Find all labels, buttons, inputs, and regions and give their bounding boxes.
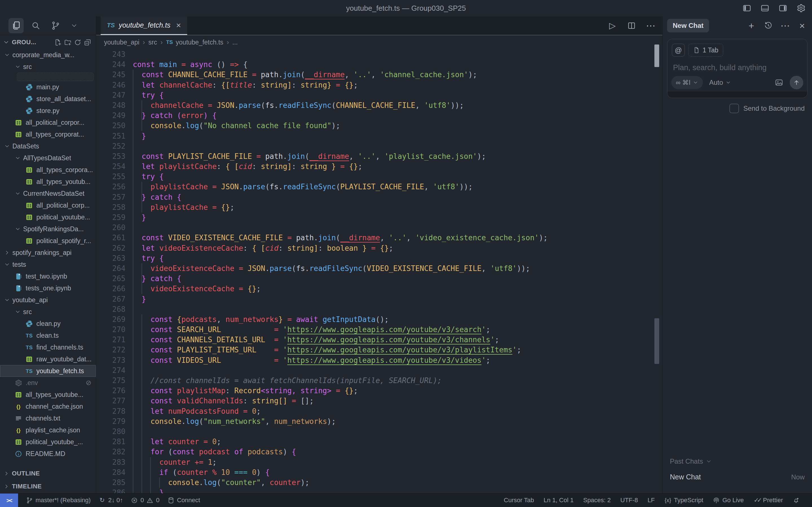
tree-item-all_types_corpora...[interactable]: all_types_corpora... xyxy=(0,164,96,176)
send-to-background[interactable]: Send to Background xyxy=(729,104,805,113)
tree-item-AllTypesDataSet[interactable]: AllTypesDataSet xyxy=(0,152,96,164)
tree-item-all_political_corp...[interactable]: all_political_corp... xyxy=(0,200,96,211)
tree-item-store.py[interactable]: store.py xyxy=(0,105,96,117)
chat-input-card[interactable]: @ 1 Tab Plan, search, build anything ∞ ⌘… xyxy=(667,39,808,98)
tree-item-raw_youtube_dat...[interactable]: raw_youtube_dat... xyxy=(0,353,96,365)
tree-item-tests[interactable]: tests xyxy=(0,259,96,270)
code-line: 269 const {podcasts, num_networks} = awa… xyxy=(96,314,663,325)
collapse-all-icon[interactable] xyxy=(84,39,91,46)
sidebar-section-outline[interactable]: OUTLINE xyxy=(0,467,96,480)
tree-item-clean.py[interactable]: clean.py xyxy=(0,318,96,330)
status-go-live[interactable]: Go Live xyxy=(713,497,744,504)
status-db-connect[interactable]: Connect xyxy=(167,497,200,504)
close-tab-icon[interactable]: × xyxy=(176,20,181,30)
code-editor[interactable]: 243244const main = async () => {245 cons… xyxy=(96,49,663,494)
tree-item-test_two.ipynb[interactable]: test_two.ipynb xyxy=(0,270,96,282)
breadcrumb-item[interactable]: src xyxy=(148,39,157,46)
git-icon[interactable] xyxy=(51,21,60,31)
chat-input-placeholder[interactable]: Plan, search, build anything xyxy=(673,63,767,72)
editor-group[interactable]: TS youtube_fetch.ts × ▷⋯ youtube_api›src… xyxy=(96,16,663,494)
explorer-header[interactable]: GROU... xyxy=(0,35,96,49)
files-icon[interactable] xyxy=(11,21,21,31)
tree-item-political_youtube...[interactable]: political_youtube... xyxy=(0,211,96,223)
tree-item-store_all_dataset...[interactable]: store_all_dataset... xyxy=(0,93,96,105)
tree-item-channel_cache.json[interactable]: {}channel_cache.json xyxy=(0,400,96,412)
python-icon xyxy=(26,107,33,115)
mention-button[interactable]: @ xyxy=(672,44,685,57)
tree-item-clean.ts[interactable]: TSclean.ts xyxy=(0,330,96,341)
image-attach-icon[interactable] xyxy=(774,78,783,87)
agent-mode-pill[interactable]: ∞ ⌘I xyxy=(671,76,703,89)
line-number: 243 xyxy=(96,49,133,59)
tree-item-main.py[interactable]: main.py xyxy=(0,81,96,93)
tree-item-playlist_cache.json[interactable]: {}playlist_cache.json xyxy=(0,424,96,436)
play-icon[interactable]: ▷ xyxy=(608,21,617,30)
model-selector[interactable]: Auto xyxy=(709,78,731,87)
send-to-background-checkbox[interactable] xyxy=(729,104,739,113)
chev-icon[interactable] xyxy=(70,22,78,29)
tree-item-youtube_api[interactable]: youtube_api xyxy=(0,294,96,306)
layout-right-icon[interactable] xyxy=(778,3,788,13)
status-eol[interactable]: LF xyxy=(648,497,655,504)
history-icon[interactable] xyxy=(764,21,772,30)
close-icon[interactable]: × xyxy=(798,21,806,30)
tree-item-channels.txt[interactable]: channels.txt xyxy=(0,412,96,424)
status-remote[interactable]: >< xyxy=(0,494,18,507)
line-number: 259 xyxy=(96,212,133,223)
tree-item-tests_one.ipynb[interactable]: tests_one.ipynb xyxy=(0,282,96,294)
chat-history-item[interactable]: New Chat Now xyxy=(670,473,805,481)
status-label: Spaces: 2 xyxy=(583,497,611,504)
tab-youtube-fetch[interactable]: TS youtube_fetch.ts × xyxy=(101,16,187,35)
gear-icon[interactable] xyxy=(796,3,806,13)
tree-item-all_types_corporat...[interactable]: all_types_corporat... xyxy=(0,128,96,140)
new-file-icon[interactable] xyxy=(54,39,62,46)
status-indentation[interactable]: Spaces: 2 xyxy=(583,497,611,504)
tree-item-.env[interactable]: .env⊘ xyxy=(0,377,96,389)
status-problems[interactable]: 00 xyxy=(131,497,160,504)
status-prettier[interactable]: ✓✓Prettier xyxy=(753,497,783,504)
tree-item-all_types_youtub...[interactable]: all_types_youtub... xyxy=(0,176,96,187)
send-button[interactable] xyxy=(790,76,803,89)
chat-tab[interactable]: New Chat xyxy=(667,19,709,33)
tree-item-youtube_fetch.ts[interactable]: TSyoutube_fetch.ts xyxy=(0,365,96,377)
tree-item-all_political_corpor...[interactable]: all_political_corpor... xyxy=(0,117,96,128)
tree-item-README.MD[interactable]: README.MD xyxy=(0,448,96,460)
line-number: 264 xyxy=(96,263,133,274)
breadcrumb-item[interactable]: ... xyxy=(232,39,238,46)
plus-icon[interactable]: + xyxy=(747,21,756,30)
tree-item-src[interactable]: src xyxy=(0,61,96,73)
status-cursor-tab[interactable]: Cursor Tab xyxy=(504,497,534,504)
tree-item-SpotifyRankingsDa...[interactable]: SpotifyRankingsDa... xyxy=(0,223,96,235)
sidebar-section-timeline[interactable]: TIMELINE xyxy=(0,480,96,493)
tree-item-find_channels.ts[interactable]: TSfind_channels.ts xyxy=(0,341,96,353)
context-tab-chip[interactable]: 1 Tab xyxy=(688,44,723,57)
tree-item-political_spotify_r...[interactable]: political_spotify_r... xyxy=(0,235,96,247)
tree-item-all_types_youtube...[interactable]: all_types_youtube... xyxy=(0,389,96,400)
scrollbar-thumb[interactable] xyxy=(654,318,659,364)
scrollbar-thumb-top[interactable] xyxy=(654,45,659,67)
layout-bottom-icon[interactable] xyxy=(760,3,770,13)
status-language-typescript[interactable]: {x}TypeScript xyxy=(664,497,703,504)
dots-icon[interactable]: ⋯ xyxy=(646,21,655,30)
status-encoding[interactable]: UTF-8 xyxy=(620,497,638,504)
layout-left-icon[interactable] xyxy=(742,3,752,13)
tree-item-src[interactable]: src xyxy=(0,306,96,318)
status-notifications[interactable] xyxy=(793,497,800,504)
tree-item-DataSets[interactable]: DataSets xyxy=(0,140,96,152)
breadcrumb-item[interactable]: TSyoutube_fetch.ts xyxy=(166,39,223,46)
status-sync-changes[interactable]: ↻2↓ 0↑ xyxy=(99,497,123,504)
search-icon[interactable] xyxy=(31,21,41,31)
new-folder-icon[interactable] xyxy=(64,39,71,46)
tree-item-CurrentNewsDataSet[interactable]: CurrentNewsDataSet xyxy=(0,187,96,200)
sidebar-sections: OUTLINETIMELINE xyxy=(0,467,96,494)
status-cursor-position[interactable]: Ln 1, Col 1 xyxy=(544,497,573,504)
refresh-icon[interactable] xyxy=(74,39,82,46)
dots-icon[interactable]: ⋯ xyxy=(781,21,790,30)
breadcrumb-item[interactable]: youtube_api xyxy=(104,39,139,46)
tree-item-political_youtube_...[interactable]: political_youtube_... xyxy=(0,436,96,448)
status-git-branch[interactable]: master*! (Rebasing) xyxy=(26,497,91,504)
split-icon[interactable] xyxy=(627,21,636,30)
past-chats-toggle[interactable]: Past Chats xyxy=(670,457,712,465)
tree-item-spotify_rankings_api[interactable]: spotify_rankings_api xyxy=(0,247,96,259)
tree-item-corporate_media_w...[interactable]: corporate_media_w... xyxy=(0,49,96,61)
